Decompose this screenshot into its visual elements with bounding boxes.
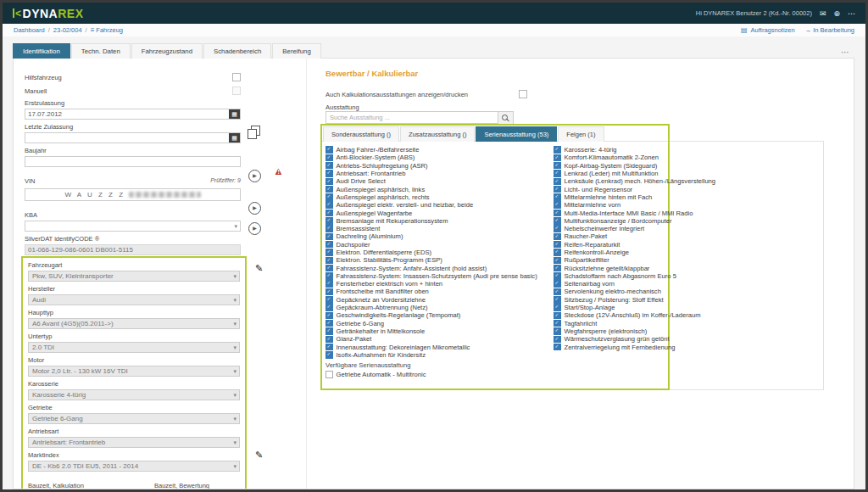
checkbox-icon[interactable] [554,296,561,304]
equipment-item[interactable]: Multi-Media-Interface MMI Basic / MMI Ra… [554,209,779,216]
equipment-item[interactable]: Karosserie: 4-türig [554,146,779,154]
checkbox-icon[interactable] [326,233,333,241]
equipment-item[interactable]: Komfort-Klimaautomatik 2-Zonen [554,154,779,161]
checkbox-icon[interactable] [326,265,333,272]
breadcrumb-item-23-02-004[interactable]: 23-02/004 [53,26,82,34]
checkbox-icon[interactable] [326,210,333,217]
search-input[interactable] [326,111,498,124]
equipment-item[interactable]: Raucher-Paket [554,232,779,240]
checkbox-icon[interactable] [326,336,333,344]
tab-identifikation[interactable]: Identifikation [13,43,70,59]
vin-input[interactable]: W A U Z Z Z [25,188,241,201]
equipment-item[interactable]: Dachreling (Aluminium) [326,232,551,240]
equipment-item[interactable]: Außenspiegel asphärisch, rechts [326,193,551,201]
checkbox-icon[interactable] [326,257,333,265]
equipment-item[interactable]: Glanz-Paket [326,335,551,343]
equipment-item[interactable]: Frontscheibe mit Bandfilter oben [326,288,551,295]
equipment-item[interactable]: Rücksitzlehne geteilt/klappbar [554,264,779,271]
checkbox-icon[interactable] [326,186,333,193]
tab-overflow-icon[interactable]: ⋯ [841,48,849,57]
checkbox-icon[interactable] [554,154,561,162]
equipment-item[interactable]: Elektron. Differentialsperre (EDS) [326,249,551,256]
checkbox-icon[interactable] [326,280,333,288]
manuell-checkbox[interactable] [232,87,241,95]
app-logo[interactable]: <DYNAREX [13,7,83,20]
equipment-item[interactable]: Isofix-Aufnahmen für Kindersitz [326,351,551,359]
fahrzeugart-select[interactable]: Pkw, SUV, Kleintransporter [28,271,240,282]
checkbox-icon[interactable] [554,272,561,280]
kba-search-button[interactable]: ▶ [248,202,261,215]
checkbox-icon[interactable] [554,288,561,296]
equipment-item[interactable]: Gepäcknetz an Vordersitzlehne [326,296,551,304]
checkbox-icon[interactable] [326,178,333,186]
equipment-item[interactable]: Mittelarmlehne vorn [554,201,779,209]
checkbox-icon[interactable] [554,304,561,311]
letzte-zulassung-input[interactable] [25,132,241,143]
equipment-item[interactable]: Airbag Fahrer-/Beifahrerseite [326,146,551,154]
getriebe-select[interactable]: Getriebe 6-Gang [28,413,240,424]
checkbox-icon[interactable] [554,170,561,177]
equipment-item[interactable]: Getränkehalter in Mittelkonsole [326,327,551,335]
checkbox-icon[interactable] [554,186,561,193]
equipment-item[interactable]: Fensterheber elektrisch vorn + hinten [326,280,551,288]
order-notes-link[interactable]: ▤Auftragsnotizen [741,26,795,34]
antriebsart-select[interactable]: Antriebsart: Frontantrieb [28,437,240,448]
tab-sonderausstattung[interactable]: Sonderausstattung () [323,126,399,142]
equipment-item[interactable]: Zentralverriegelung mit Fernbedienung [554,343,779,350]
checkbox-icon[interactable] [326,193,333,201]
equipment-item[interactable]: Audi Drive Select [326,177,551,185]
checkbox-icon[interactable] [326,296,333,304]
equipment-item[interactable]: Fahrassistenz-System: Insassen-Schutzsys… [326,272,551,280]
haupttyp-select[interactable]: A6 Avant (4G5)(05.2011->) [28,318,240,329]
checkbox-icon[interactable] [326,217,333,225]
equipment-item[interactable]: Kopf-Airbag-System (Sideguard) [554,162,779,170]
checkbox-icon[interactable] [326,201,333,209]
equipment-item[interactable]: Nebelscheinwerfer integriert [554,225,779,232]
equipment-item[interactable]: Mittelarmlehne hinten mit Fach [554,193,779,201]
checkbox-icon[interactable] [554,312,561,320]
checkbox-icon[interactable] [554,336,561,344]
equipment-item[interactable]: Gepäckraum-Abtrennung (Netz) [326,304,551,311]
checkbox-icon[interactable] [554,217,561,225]
globe-icon[interactable]: ⊕ [833,9,840,18]
checkbox-icon[interactable] [326,312,333,320]
equipment-item[interactable]: Licht- und Regensensor [554,185,779,193]
checkbox-icon[interactable] [326,327,333,335]
checkbox-icon[interactable] [326,288,333,296]
edit-bauzeit-icon[interactable]: ✎ [255,450,263,461]
equipment-item[interactable]: Wegfahrsperre (elektronisch) [554,327,779,335]
equipment-item[interactable]: Steckdose (12V-Anschluß) im Koffer-/Lade… [554,311,779,319]
baujahr-input[interactable] [25,156,241,167]
equipment-item[interactable]: Außenspiegel Wagenfarbe [326,209,551,216]
equipment-item[interactable]: Getriebe 6-Gang [326,320,551,327]
equipment-item[interactable]: Reifenkontroll-Anzeige [554,249,779,256]
checkbox-icon[interactable] [554,241,561,249]
equipment-item[interactable]: Fahrassistenz-System: Anfahr-Assistent (… [326,264,551,271]
calc-option-checkbox[interactable] [519,90,527,98]
equipment-item[interactable]: Antriebs-Schlupfregelung (ASR) [326,162,551,170]
checkbox-icon[interactable] [554,344,561,351]
overflow-menu-icon[interactable]: ⋯ [848,9,855,18]
hilfsfahrzeug-checkbox[interactable] [232,73,241,81]
checkbox-icon[interactable] [326,304,333,311]
copy-icon[interactable] [251,126,260,136]
checkbox-icon[interactable] [554,225,561,232]
breadcrumb-item-dashboard[interactable]: Dashboard [14,26,45,34]
equipment-item[interactable]: Lenkrad (Leder) mit Multifunktion [554,170,779,177]
equipment-item[interactable]: Sitzbezug / Polsterung: Stoff Effekt [554,296,779,304]
tab-felgen-1[interactable]: Felgen (1) [558,126,604,142]
hersteller-select[interactable]: Audi [28,294,240,305]
checkbox-icon[interactable] [326,146,333,154]
checkbox-icon[interactable] [554,280,561,288]
equipment-item[interactable]: Multifunktionsanzeige / Bordcomputer [554,217,779,225]
karosserie-select[interactable]: Karosserie 4-türig [28,389,240,400]
checkbox-icon[interactable] [326,320,333,327]
equipment-item[interactable]: Elektron. Stabilitäts-Programm (ESP) [326,256,551,264]
checkbox-icon[interactable] [554,162,561,170]
equipment-item[interactable]: Innenausstattung: Dekoreinlagen Mikromet… [326,343,551,350]
equipment-item[interactable]: Geschwindigkeits-Regelanlage (Tempomat) [326,311,551,319]
calendar-button[interactable]: ▦ [229,133,240,143]
motor-select[interactable]: Motor 2,0 Ltr. - 130 kW 16V TDI [28,366,240,377]
checkbox-icon[interactable] [554,249,561,256]
checkbox-icon[interactable] [326,170,333,177]
